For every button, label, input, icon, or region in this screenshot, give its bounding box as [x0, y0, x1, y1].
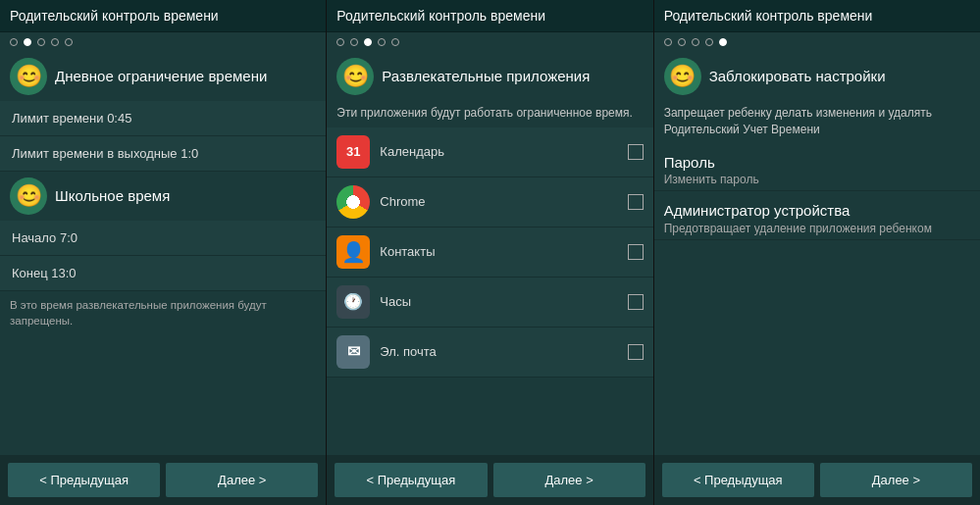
screen2-title: Родительский контроль времени — [336, 8, 545, 24]
email-icon: ✉ — [336, 335, 370, 369]
password-title: Пароль — [664, 154, 970, 171]
screen1-avatar: 😊 — [10, 58, 47, 95]
screen1-prev-button[interactable]: < Предыдущая — [8, 463, 160, 497]
clock-icon: 🕐 — [336, 285, 370, 319]
contacts-icon: 👤 — [336, 235, 370, 269]
dot-1-1 — [10, 38, 18, 46]
screen1-section-header: 😊 Дневное ограничение времени — [0, 52, 326, 101]
calendar-icon: 31 — [336, 135, 370, 169]
dot-2-5 — [391, 38, 399, 46]
app-name-contacts: Контакты — [380, 244, 435, 259]
screen2-section-header: 😊 Развлекательные приложения — [327, 52, 652, 101]
app-row-contacts[interactable]: 👤 Контакты — [327, 227, 652, 278]
app-name-email: Эл. почта — [380, 344, 437, 359]
dot-3-5 — [719, 38, 727, 46]
screen3-next-button[interactable]: Далее > — [820, 463, 972, 497]
dot-3-1 — [664, 38, 672, 46]
clock-checkbox[interactable] — [628, 294, 644, 310]
app-row-clock[interactable]: 🕐 Часы — [327, 278, 652, 328]
calendar-checkbox[interactable] — [628, 144, 644, 160]
screen3-footer: < Предыдущая Далее > — [654, 455, 980, 505]
time-limit-weekday[interactable]: Лимит времени 0:45 — [0, 101, 326, 136]
screen2-footer: < Предыдущая Далее > — [327, 455, 652, 505]
screen2-avatar: 😊 — [336, 58, 374, 95]
screen1-footer: < Предыдущая Далее > — [0, 455, 326, 505]
chrome-checkbox[interactable] — [628, 194, 644, 210]
screen2-section-title: Развлекательные приложения — [382, 67, 590, 86]
screen1-header: Родительский контроль времени — [0, 0, 326, 32]
dot-3-3 — [692, 38, 699, 46]
screen3-avatar: 😊 — [664, 58, 701, 95]
app-row-email[interactable]: ✉ Эл. почта — [327, 328, 652, 378]
dot-1-4 — [51, 38, 59, 46]
time-limit-weekend[interactable]: Лимит времени в выходные 1:0 — [0, 136, 326, 172]
screen2-dots — [327, 32, 652, 52]
screen-1: Родительский контроль времени 😊 Дневное … — [0, 0, 327, 505]
app-name-clock: Часы — [380, 294, 411, 309]
dot-3-2 — [678, 38, 686, 46]
school-end[interactable]: Конец 13:0 — [0, 256, 326, 291]
dot-2-1 — [336, 38, 344, 46]
screen3-dots — [654, 32, 980, 52]
screen3-header: Родительский контроль времени — [654, 0, 980, 32]
dot-1-5 — [65, 38, 73, 46]
screen1-title: Родительский контроль времени — [10, 8, 219, 24]
contacts-checkbox[interactable] — [628, 244, 644, 260]
admin-title: Администратор устройства — [664, 201, 970, 221]
school-start[interactable]: Начало 7:0 — [0, 221, 326, 256]
dot-2-2 — [350, 38, 358, 46]
screen3-title: Родительский контроль времени — [664, 8, 873, 24]
screen-2: Родительский контроль времени 😊 Развлека… — [327, 0, 653, 505]
password-section[interactable]: Пароль Изменить пароль — [654, 144, 980, 191]
screen3-prev-button[interactable]: < Предыдущая — [662, 463, 814, 497]
dot-3-4 — [705, 38, 713, 46]
screen2-header: Родительский контроль времени — [327, 0, 652, 32]
screen2-section-desc: Эти приложения будут работать ограниченн… — [327, 101, 652, 127]
screen3-section-header: 😊 Заблокировать настройки — [654, 52, 980, 101]
app-name-calendar: Календарь — [380, 144, 444, 159]
screen3-section-title: Заблокировать настройки — [709, 67, 886, 86]
admin-section[interactable]: Администратор устройства Предотвращает у… — [654, 191, 980, 241]
screen1-section-title: Дневное ограничение времени — [55, 67, 267, 86]
screen1-note: В это время развлекательные приложения б… — [0, 291, 326, 334]
screen1-next-button[interactable]: Далее > — [166, 463, 318, 497]
chrome-icon — [336, 185, 370, 219]
screen1-dots — [0, 32, 326, 52]
password-sub: Изменить пароль — [664, 173, 970, 186]
app-row-calendar[interactable]: 31 Календарь — [327, 127, 652, 177]
screen2-prev-button[interactable]: < Предыдущая — [335, 463, 487, 497]
admin-sub: Предотвращает удаление приложения ребенк… — [664, 222, 970, 235]
screen2-next-button[interactable]: Далее > — [493, 463, 645, 497]
screen-3: Родительский контроль времени 😊 Заблокир… — [654, 0, 980, 505]
school-section-header: 😊 Школьное время — [0, 172, 326, 221]
email-checkbox[interactable] — [628, 344, 644, 360]
screen3-section-desc: Запрещает ребенку делать изменения и уда… — [654, 101, 980, 144]
school-avatar: 😊 — [10, 177, 47, 215]
school-title: Школьное время — [55, 186, 170, 206]
app-row-chrome[interactable]: Chrome — [327, 177, 652, 227]
dot-1-2 — [24, 38, 31, 46]
dot-1-3 — [37, 38, 45, 46]
app-name-chrome: Chrome — [380, 194, 425, 209]
dot-2-4 — [378, 38, 386, 46]
dot-2-3 — [364, 38, 372, 46]
